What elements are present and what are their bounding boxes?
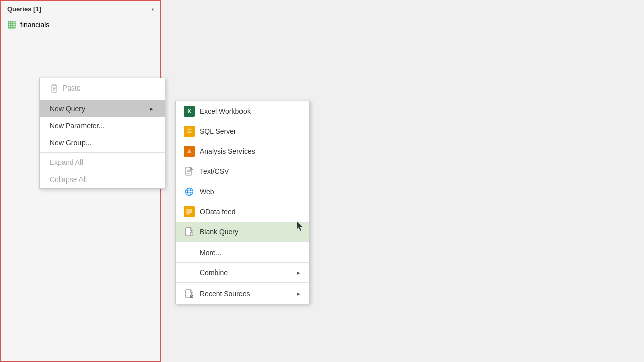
submenu-item-combine-label: Combine	[200, 268, 228, 277]
analysis-icon	[184, 146, 195, 157]
new-query-arrow: ►	[149, 106, 154, 112]
menu-item-expand-all-label: Expand All	[50, 158, 83, 166]
submenu-divider-2	[176, 262, 309, 263]
submenu-item-more[interactable]: More...	[176, 244, 309, 261]
query-label-financials: financials	[20, 21, 49, 29]
submenu-item-recent-sources[interactable]: Recent Sources ►	[176, 284, 309, 304]
svg-line-40	[192, 296, 193, 297]
collapse-sidebar-button[interactable]: ‹	[152, 6, 154, 13]
sidebar-item-financials[interactable]: financials	[1, 17, 160, 32]
menu-item-collapse-all[interactable]: Collapse All	[40, 171, 165, 188]
menu-item-new-parameter[interactable]: New Parameter...	[40, 117, 165, 134]
submenu-item-web[interactable]: Web	[176, 182, 309, 202]
svg-point-24	[188, 188, 191, 196]
submenu-item-excel-workbook-label: Excel Workbook	[200, 107, 251, 115]
sidebar-title: Queries [1]	[7, 5, 41, 13]
divider-1	[40, 99, 165, 99]
submenu-item-more-label: More...	[200, 249, 222, 257]
menu-item-new-parameter-label: New Parameter...	[50, 122, 104, 130]
submenu-item-odata-feed[interactable]: OData feed	[176, 202, 309, 222]
svg-rect-8	[53, 84, 56, 86]
submenu-item-excel-workbook[interactable]: X Excel Workbook	[176, 101, 309, 121]
submenu-item-sql-server[interactable]: SQL Server	[176, 121, 309, 141]
combine-arrow: ►	[296, 269, 301, 276]
divider-2	[40, 152, 165, 153]
submenu-new-query: X Excel Workbook SQL Server Analysis Ser…	[175, 101, 310, 304]
submenu-divider-1	[176, 243, 309, 243]
odata-icon	[184, 206, 195, 217]
svg-rect-29	[186, 211, 192, 213]
svg-rect-28	[186, 209, 192, 211]
menu-item-new-group-label: New Group...	[50, 139, 91, 147]
excel-icon: X	[184, 106, 195, 117]
submenu-item-text-csv-label: Text/CSV	[200, 167, 229, 175]
paste-icon	[50, 83, 59, 93]
menu-item-paste[interactable]: Paste	[40, 78, 165, 98]
recent-sources-arrow: ►	[296, 291, 301, 297]
submenu-divider-3	[176, 282, 309, 283]
text-csv-icon	[184, 166, 195, 177]
menu-item-paste-label: Paste	[63, 84, 81, 92]
submenu-item-text-csv[interactable]: Text/CSV	[176, 161, 309, 182]
menu-item-collapse-all-label: Collapse All	[50, 175, 87, 184]
svg-point-23	[186, 188, 193, 196]
submenu-item-combine[interactable]: Combine ►	[176, 264, 309, 281]
submenu-item-sql-server-label: SQL Server	[200, 127, 236, 135]
menu-item-new-group[interactable]: New Group...	[40, 134, 165, 151]
submenu-item-blank-query-label: Blank Query	[200, 228, 238, 236]
menu-item-expand-all[interactable]: Expand All	[40, 154, 165, 171]
submenu-item-recent-sources-label: Recent Sources	[200, 290, 250, 298]
svg-rect-30	[186, 213, 190, 215]
submenu-item-analysis-services[interactable]: Analysis Services	[176, 141, 309, 161]
submenu-item-analysis-services-label: Analysis Services	[200, 147, 255, 155]
recent-sources-icon	[184, 288, 195, 299]
web-icon	[184, 186, 195, 197]
sidebar-header: Queries [1] ‹	[1, 1, 160, 17]
submenu-item-odata-feed-label: OData feed	[200, 208, 236, 216]
svg-point-15	[187, 131, 192, 134]
menu-item-new-query[interactable]: New Query ►	[40, 100, 165, 117]
menu-item-new-query-label: New Query	[50, 105, 85, 113]
table-icon	[7, 20, 16, 29]
blank-query-icon	[184, 226, 195, 237]
submenu-item-web-label: Web	[200, 188, 214, 196]
sql-icon	[184, 126, 195, 137]
submenu-item-blank-query[interactable]: Blank Query	[176, 222, 309, 242]
context-menu-left: Paste New Query ► New Parameter... New G…	[39, 78, 165, 189]
